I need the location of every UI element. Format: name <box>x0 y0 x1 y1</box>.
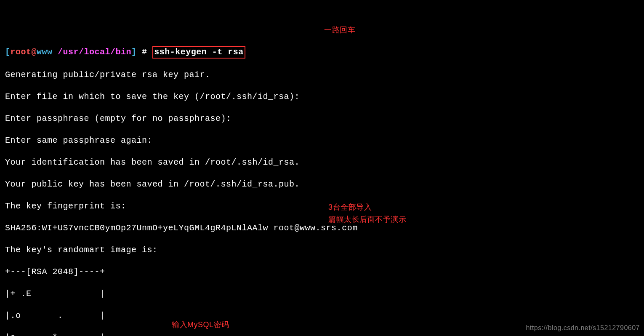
prompt-at: @ <box>32 47 37 57</box>
output-line: Enter same passphrase again: <box>5 135 639 146</box>
output-line: Enter file in which to save the key (/ro… <box>5 91 639 102</box>
output-line: Enter passphrase (empty for no passphras… <box>5 113 639 124</box>
prompt-bracket: [ <box>5 47 11 57</box>
randomart-line: +---[RSA 2048]----+ <box>5 267 639 277</box>
output-line: Generating public/private rsa key pair. <box>5 69 639 80</box>
annotation-import-all: 3台全部导入篇幅太长后面不予演示 <box>328 201 406 226</box>
randomart-line: |.o . | <box>5 310 639 321</box>
annotation-enter-all: 一路回车 <box>324 25 355 35</box>
randomart-line: |+ .E | <box>5 288 639 299</box>
annotation-text: 篇幅太长后面不予演示 <box>328 215 406 224</box>
randomart-line: |o . * | <box>5 332 639 336</box>
prompt-line-1: [root@www /usr/local/bin] # ssh-keygen -… <box>5 46 639 59</box>
prompt-host: www <box>37 47 58 57</box>
output-line: Your public key has been saved in /root/… <box>5 179 639 190</box>
prompt-hash: # <box>137 47 153 57</box>
output-line: The key fingerprint is: <box>5 201 639 212</box>
output-line: Your identification has been saved in /r… <box>5 157 639 168</box>
prompt-bracket: ] <box>131 47 137 57</box>
terminal-area[interactable]: [root@www /usr/local/bin] # ssh-keygen -… <box>5 46 639 336</box>
output-line: SHA256:WI+US7vncCB0ymOp27UnmO+yeLYqGML4g… <box>5 223 639 234</box>
command-ssh-keygen: ssh-keygen -t rsa <box>152 46 245 59</box>
watermark: https://blog.csdn.net/s15212790607 <box>526 324 640 333</box>
prompt-path: /usr/local/bin <box>58 47 131 57</box>
prompt-user: root <box>11 47 32 57</box>
output-line: The key's randomart image is: <box>5 245 639 256</box>
annotation-text: 3台全部导入 <box>328 203 372 211</box>
annotation-mysql-password: 输入MySQL密码 <box>172 320 229 330</box>
